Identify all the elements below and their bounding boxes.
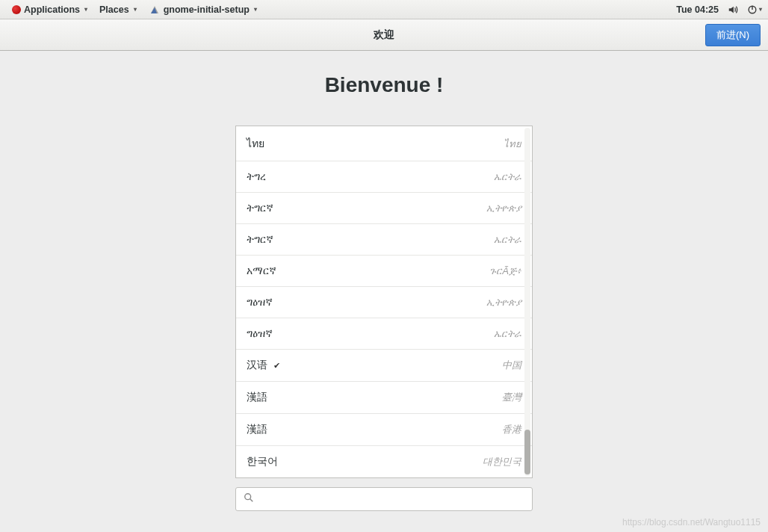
panel-right: Tue 04:25 ▾ <box>676 4 762 15</box>
language-row[interactable]: 한국어대한민국 <box>236 446 532 477</box>
power-icon[interactable]: ▾ <box>747 4 762 15</box>
clock[interactable]: Tue 04:25 <box>676 4 719 15</box>
language-row[interactable]: ትግርኛኤርትራ <box>236 224 532 256</box>
page-title: 欢迎 <box>374 28 394 42</box>
chevron-down-icon: ▾ <box>254 6 257 13</box>
places-menu[interactable]: Places ▾ <box>93 4 143 15</box>
language-name: ትግርኛ <box>247 233 273 246</box>
volume-icon[interactable] <box>728 4 738 15</box>
language-region: ኤርትራ <box>494 171 521 183</box>
search-icon <box>244 492 254 506</box>
language-row[interactable]: ትግረኤርትራ <box>236 161 532 193</box>
language-name: አማርኛ <box>247 265 276 277</box>
language-row[interactable]: ግዕዝኛኤርትራ <box>236 318 532 350</box>
activities-icon <box>12 5 21 14</box>
language-row[interactable]: ไทยไทย <box>236 126 532 161</box>
language-row[interactable]: ግዕዝኛኢትዮጵያ <box>236 287 532 318</box>
svg-line-3 <box>250 499 253 502</box>
language-region: 대한민국 <box>483 455 521 468</box>
language-list-frame: ไทยไทยትግረኤርትራትግርኛኢትዮጵያትግርኛኤርትራአማርኛጉርÃጅ፥ግ… <box>235 126 533 478</box>
language-region: 香港 <box>502 423 521 436</box>
check-icon: ✔ <box>273 361 280 371</box>
search-input[interactable] <box>260 494 524 505</box>
language-list[interactable]: ไทยไทยትግረኤርትራትግርኛኢትዮጵያትግርኛኤርትራአማርኛጉርÃጅ፥ግ… <box>236 126 532 477</box>
language-region: ኢትዮጵያ <box>486 297 521 309</box>
language-name: ግዕዝኛ <box>247 296 273 309</box>
language-row[interactable]: አማርኛጉርÃጅ፥ <box>236 256 532 287</box>
top-panel: Applications ▾ Places ▾ gnome-initial-se… <box>0 0 768 19</box>
watermark: https://blog.csdn.net/Wangtuo1115 <box>622 517 761 528</box>
language-region: ኤርትራ <box>494 328 521 340</box>
applications-label: Applications <box>24 4 80 15</box>
language-region: ኢትዮጵያ <box>486 202 521 214</box>
header-bar: 欢迎 前进(N) <box>0 19 768 51</box>
language-region: ጉርÃጅ፥ <box>489 265 521 277</box>
applications-menu[interactable]: Applications ▾ <box>6 4 93 15</box>
svg-point-2 <box>245 494 251 500</box>
scroll-thumb[interactable] <box>524 430 530 474</box>
language-row[interactable]: ትግርኛኢትዮጵያ <box>236 193 532 224</box>
language-region: ኤርትራ <box>494 234 521 246</box>
scrollbar[interactable] <box>524 128 530 476</box>
welcome-heading: Bienvenue ! <box>325 73 444 97</box>
app-menu[interactable]: gnome-initial-setup ▾ <box>143 4 263 16</box>
app-icon <box>149 4 161 16</box>
language-name: 한국어 <box>247 455 278 468</box>
language-region: 中国 <box>502 359 521 372</box>
panel-left: Applications ▾ Places ▾ gnome-initial-se… <box>6 4 263 16</box>
language-row[interactable]: 漢語臺灣 <box>236 382 532 414</box>
language-region: 臺灣 <box>502 391 521 404</box>
language-name: ግዕዝኛ <box>247 327 273 340</box>
chevron-down-icon: ▾ <box>84 6 87 13</box>
language-name: ไทย <box>247 135 264 152</box>
language-name: 漢語 <box>247 391 267 404</box>
chevron-down-icon: ▾ <box>134 6 137 13</box>
language-row[interactable]: 汉语✔中国 <box>236 350 532 382</box>
places-label: Places <box>99 4 129 15</box>
language-region: ไทย <box>504 136 521 152</box>
language-name: 汉语✔ <box>247 359 280 372</box>
language-name: ትግርኛ <box>247 202 273 214</box>
content-area: Bienvenue ! ไทยไทยትግረኤርትራትግርኛኢትዮጵያትግርኛኤር… <box>0 51 768 526</box>
language-name: ትግረ <box>247 170 266 183</box>
language-name: 漢語 <box>247 423 267 436</box>
app-menu-label: gnome-initial-setup <box>164 4 250 15</box>
search-box[interactable] <box>235 487 533 511</box>
next-button[interactable]: 前进(N) <box>705 24 761 46</box>
language-row[interactable]: 漢語香港 <box>236 414 532 446</box>
chevron-down-icon: ▾ <box>759 6 762 13</box>
